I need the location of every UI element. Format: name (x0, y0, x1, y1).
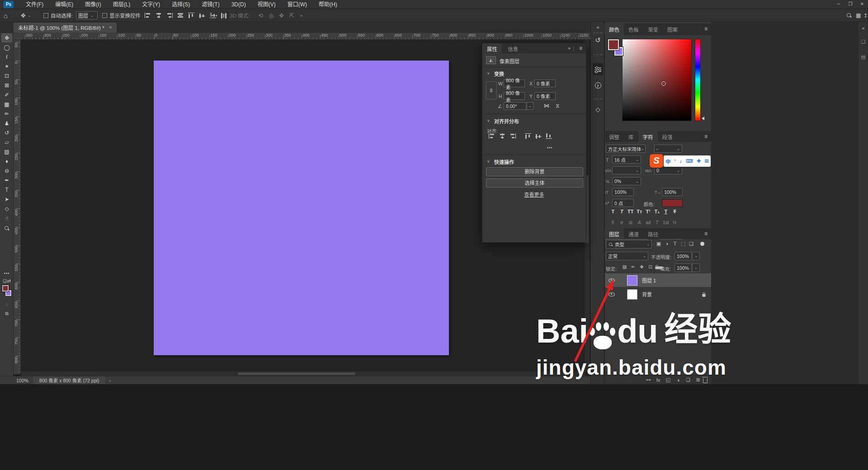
properties-panel-icon[interactable] (593, 63, 603, 75)
char-style-button-2[interactable]: T (618, 209, 627, 214)
lasso-tool[interactable]: ℓ (1, 52, 12, 61)
healing-brush-tool[interactable]: ▩ (1, 100, 12, 109)
menu-item[interactable]: 图像(I) (79, 0, 107, 9)
opentype-button-3[interactable]: st (626, 220, 635, 225)
align-left-icon[interactable] (145, 13, 151, 18)
baseline-shift-field[interactable]: 0 点 (612, 199, 634, 207)
lock-transparent-icon[interactable]: ▨ (620, 264, 629, 270)
swap-colors-icon[interactable]: ◲⇄ (1, 277, 12, 286)
current-tool-button[interactable]: ✥ ⌄ (21, 9, 31, 22)
y-field[interactable]: 0 像素 (534, 92, 556, 100)
chevron-down-icon[interactable]: ∨ (487, 118, 490, 123)
opacity-field[interactable]: 100% (675, 252, 692, 260)
align-top-icon[interactable] (188, 13, 194, 18)
home-button[interactable]: ⌂ (4, 9, 8, 22)
menu-item[interactable]: 窗口(W) (282, 0, 313, 9)
panel-menu-icon[interactable]: ≡ (704, 26, 708, 32)
zoom-tool[interactable] (1, 223, 12, 232)
opentype-button-5[interactable]: ad (644, 220, 653, 225)
history-brush-tool[interactable]: ↺ (1, 128, 12, 137)
menu-item[interactable]: 3D(D) (226, 0, 252, 9)
tab-gradients[interactable]: 渐变 (643, 24, 663, 35)
maximize-button[interactable]: ❐ (844, 0, 856, 9)
sogou-icon-2[interactable]: ’ (675, 159, 676, 164)
distribute-horizontal-icon[interactable] (177, 13, 184, 18)
chevron-down-icon[interactable]: ∨ (487, 71, 490, 75)
filter-shape-icon[interactable]: ⬚ (679, 241, 687, 247)
hand-tool[interactable]: ☝ (1, 214, 12, 223)
sogou-icon-5[interactable]: ✚ (697, 158, 701, 164)
char-style-button-3[interactable]: TT (626, 209, 635, 214)
tab-color[interactable]: 颜色 (604, 24, 624, 35)
sogou-icon-6[interactable]: ⊞ (705, 158, 709, 164)
tab-paths[interactable]: 路径 (643, 228, 663, 239)
angle-field[interactable]: 0.00° (504, 102, 526, 110)
angle-dropdown[interactable]: ⌄ (527, 102, 533, 110)
layer-name[interactable]: 图层 1 (642, 277, 656, 284)
align-more-button[interactable]: ••• (547, 146, 552, 150)
char-style-button-1[interactable]: T (609, 209, 618, 214)
brush-tool[interactable]: ✏ (1, 109, 12, 118)
filter-type-icon[interactable]: T (671, 241, 679, 247)
hue-slider[interactable] (695, 39, 701, 121)
edit-toolbar-button[interactable]: ••• (1, 268, 12, 277)
vertical-ruler[interactable]: 5005010015020025030035040045050055060065… (14, 40, 21, 374)
align-top-icon[interactable] (525, 133, 531, 139)
sogou-logo[interactable]: S (650, 154, 663, 168)
opentype-button-1[interactable]: fi (609, 220, 618, 225)
libraries-panel-icon[interactable]: ❏ (858, 39, 868, 45)
align-right-icon[interactable] (166, 13, 173, 18)
collapse-panels-icon[interactable]: « (591, 24, 605, 30)
color-picker-marker[interactable] (661, 81, 666, 86)
sogou-icon-1[interactable]: 中 (665, 158, 670, 165)
3d-rotate-icon[interactable]: ⟲ (258, 12, 263, 19)
font-style-select[interactable]: -⌄ (654, 145, 682, 153)
eyedropper-tool[interactable]: ✐ (1, 90, 12, 99)
char-style-button-5[interactable]: T¹ (644, 209, 653, 214)
opentype-button-2[interactable]: ơ (618, 220, 627, 225)
sogou-toolbar[interactable]: 中’♪⌨✚⊞ (664, 155, 711, 167)
sogou-icon-3[interactable]: ♪ (679, 159, 682, 164)
tab-paragraph[interactable]: 段落 (658, 131, 677, 142)
3d-scale-icon[interactable]: ⌁ (300, 12, 303, 19)
char-style-button-7[interactable]: T (661, 209, 670, 214)
layer-thumbnail[interactable] (627, 289, 637, 300)
align-right-icon[interactable] (509, 133, 516, 139)
clone-stamp-tool[interactable]: ♟ (1, 119, 12, 128)
more-options-button[interactable]: ••• (212, 9, 218, 22)
align-center-horizontal-icon[interactable] (156, 13, 162, 18)
view-more-link[interactable]: 查看更多 (482, 191, 586, 198)
search-button[interactable] (846, 9, 852, 22)
crop-tool[interactable]: ⊡ (1, 71, 12, 80)
panel-menu-icon[interactable]: ≡ (704, 133, 708, 140)
fill-field[interactable]: 100% (675, 263, 692, 272)
width-field[interactable]: 800 像素 (504, 80, 525, 87)
horizontal-scrollbar[interactable] (21, 371, 585, 376)
workspace-button[interactable]: ▦ (856, 9, 861, 22)
move-tool[interactable]: ✥ (1, 33, 12, 42)
screen-mode-button[interactable]: ⧉ (1, 309, 12, 318)
info-panel-icon[interactable]: i (591, 82, 605, 89)
3d-panel-icon[interactable]: ◇ (591, 106, 605, 113)
char-style-button-4[interactable]: Tᴛ (635, 209, 644, 214)
tab-adjustments[interactable]: 调整 (604, 131, 624, 142)
char-style-button-6[interactable]: T₁ (653, 209, 662, 214)
menu-item[interactable]: 选择(S) (166, 0, 196, 9)
history-panel-icon[interactable]: ↺ (591, 36, 605, 44)
magic-wand-tool[interactable]: ✶ (1, 62, 12, 71)
tab-patterns[interactable]: 图案 (663, 24, 682, 35)
tab-properties[interactable]: 属性 (482, 43, 502, 54)
menu-item[interactable]: 文件(F) (20, 0, 49, 9)
vertical-scale-field[interactable]: 100% (612, 188, 634, 196)
remove-background-button[interactable]: 删除背景 (486, 167, 583, 176)
path-select-tool[interactable]: ➤ (1, 195, 12, 204)
blend-mode-select[interactable]: 正常⌄ (606, 252, 648, 260)
menu-item[interactable]: 图层(L) (107, 0, 137, 9)
tab-swatches[interactable]: 色板 (624, 24, 643, 35)
close-tab-icon[interactable]: ✕ (109, 25, 113, 30)
chevron-down-icon[interactable]: ∨ (487, 159, 490, 164)
fill-dropdown[interactable]: ⌄ (692, 263, 700, 272)
3d-roll-icon[interactable]: ◎ (269, 12, 274, 19)
tab-character[interactable]: 字符 (638, 131, 658, 142)
close-button[interactable]: ✕ (856, 0, 868, 9)
